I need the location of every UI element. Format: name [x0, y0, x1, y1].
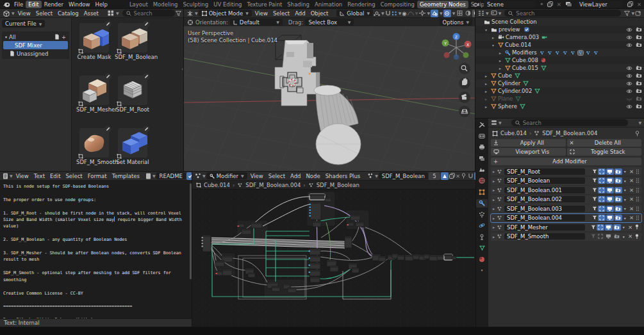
expand-arrow-icon[interactable]: ▸ — [493, 169, 495, 174]
copy-scene-icon[interactable] — [547, 1, 553, 7]
edit-mode-toggle-icon[interactable] — [592, 188, 597, 193]
tabs-overflow-icon[interactable]: ▾ — [481, 268, 483, 272]
realtime-toggle-icon[interactable] — [605, 224, 613, 231]
outliner-row-cube-008[interactable]: ▸Cube.008 — [475, 56, 644, 64]
expand-arrow-icon[interactable]: ▸ — [485, 81, 490, 86]
nodes-badge-icon[interactable] — [586, 51, 591, 55]
node-socket[interactable] — [309, 212, 311, 214]
delete-modifier-icon[interactable]: ✕ — [628, 168, 635, 175]
expand-arrow-icon[interactable]: ▸ — [499, 51, 504, 55]
asset-card-sdf-m-smooth[interactable]: SDF_M_Smooth — [76, 128, 112, 172]
menu-modeling[interactable]: Modeling — [151, 1, 181, 8]
nodes-badge-icon[interactable] — [555, 51, 560, 55]
add-modifier-button[interactable]: +Add Modifier — [491, 158, 641, 165]
disable-render-icon[interactable] — [636, 81, 642, 86]
on-cage-toggle-icon[interactable] — [598, 168, 606, 175]
node-socket[interactable] — [309, 209, 311, 211]
fake-user-icon[interactable] — [441, 172, 449, 180]
new-collection-icon[interactable] — [635, 10, 641, 16]
menu-view[interactable]: View — [15, 10, 33, 17]
modifier-extras-icon[interactable]: ▾ — [623, 206, 627, 211]
editor-type-icon[interactable] — [491, 120, 497, 126]
editor-type-icon[interactable] — [478, 10, 484, 16]
falloff-icon[interactable] — [408, 11, 414, 16]
modifier-name-field[interactable]: SDF_M_Mesher — [504, 224, 585, 231]
properties-tab-world[interactable] — [476, 177, 488, 185]
modifier-row-sdf-m-mesher[interactable]: ▸SDF_M_Mesher▾✕ — [491, 223, 641, 231]
outliner-search-input[interactable]: Search — [504, 10, 621, 17]
on-cage-toggle-icon[interactable] — [598, 177, 606, 184]
delete-modifier-icon[interactable]: ✕ — [628, 177, 635, 184]
render-toggle-icon[interactable] — [615, 177, 622, 184]
drag-handle-icon[interactable] — [636, 188, 640, 193]
node[interactable] — [310, 202, 321, 220]
menu-geometry-nodes[interactable]: Geometry Nodes — [417, 1, 468, 8]
delete-all-button[interactable]: ✕Delete All — [567, 139, 642, 147]
breadcrumb-object[interactable]: Cube.014 — [500, 130, 527, 136]
transform-orientation[interactable]: Global▼ — [336, 10, 373, 17]
modifier-row-sdf-m-boolean-004[interactable]: ▸SDF_M_Boolean.004▾✕ — [491, 214, 641, 222]
expand-arrow-icon[interactable]: ▸ — [493, 225, 495, 229]
camData-badge-icon[interactable] — [541, 35, 547, 40]
menu-edit[interactable]: Edit — [47, 172, 63, 180]
modifier-name-field[interactable]: SDF_M_Boolean.001 — [504, 187, 585, 193]
menu-compositing[interactable]: Compositing — [378, 1, 417, 8]
mode-selector[interactable]: Object Mode▼ — [199, 10, 252, 17]
edit-mode-toggle-icon[interactable] — [592, 178, 597, 183]
editor-type-icon[interactable] — [195, 173, 201, 179]
expand-arrow-icon[interactable]: ▾ — [492, 43, 497, 47]
menu-sculpting[interactable]: Sculpting — [180, 1, 211, 8]
menu-texture-paint[interactable]: Texture Paint — [245, 1, 285, 8]
viewlayer-selector[interactable]: ViewLayer — [576, 1, 623, 8]
asset-thumbnail[interactable] — [79, 23, 109, 53]
dataG-badge-icon[interactable] — [523, 81, 529, 86]
properties-tab-tool[interactable] — [476, 120, 488, 129]
shading-solid-icon[interactable] — [464, 10, 472, 17]
properties-tab-constraints[interactable] — [476, 233, 488, 241]
proportional-edit-icon[interactable]: ◉ — [402, 10, 406, 17]
render-toggle-icon[interactable] — [613, 224, 621, 231]
node-socket[interactable] — [309, 215, 311, 217]
filter-icon[interactable] — [624, 11, 630, 16]
asset-card-create-mask[interactable]: Create Mask — [76, 23, 112, 67]
dataG-badge-icon[interactable] — [541, 65, 547, 70]
xray-toggle-icon[interactable] — [443, 10, 451, 17]
dataG-badge-icon[interactable] — [520, 104, 525, 109]
modifier-extras-icon[interactable]: ▾ — [622, 234, 626, 239]
overlays-toggle-icon[interactable] — [431, 10, 438, 17]
menu-layout[interactable]: Layout — [127, 1, 151, 8]
realtime-toggle-icon[interactable] — [606, 177, 614, 184]
properties-tab-output[interactable] — [476, 143, 488, 151]
sidebar-collapse-arrow[interactable]: ‹ — [181, 67, 183, 72]
modifier-name-field[interactable]: SDF_M_Boolean.003 — [504, 206, 585, 212]
disable-render-icon[interactable] — [636, 104, 642, 109]
drag-handle-icon[interactable] — [636, 215, 640, 220]
menu-select[interactable]: Select — [63, 172, 85, 180]
nodes-badge-icon[interactable] — [547, 51, 552, 55]
edit-asset-icon[interactable] — [143, 126, 150, 133]
disable-render-icon[interactable] — [636, 73, 642, 78]
snap-options-icon[interactable] — [392, 11, 397, 16]
asset-card-sdf-m-boolean[interactable]: SDF_M_Boolean — [115, 23, 151, 67]
nodes-badge-icon[interactable] — [570, 51, 575, 55]
pin-icon[interactable] — [634, 131, 640, 136]
modifier-name-field[interactable]: SDF_M_Boolean.002 — [504, 196, 585, 202]
outliner-row-preview[interactable]: ▾preview — [475, 26, 644, 33]
render-toggle-icon[interactable] — [615, 168, 622, 175]
node-socket[interactable] — [308, 265, 310, 266]
menu-render[interactable]: Render — [42, 1, 66, 8]
nodes-badge-icon[interactable] — [563, 51, 568, 55]
editor-type-icon[interactable] — [3, 10, 10, 17]
menu-window[interactable]: Window — [66, 1, 93, 8]
expand-arrow-icon[interactable]: ▸ — [493, 216, 495, 220]
properties-tab-render[interactable] — [476, 132, 488, 140]
node-socket[interactable] — [201, 243, 203, 245]
modifier-row-sdf-m-boolean-001[interactable]: ▸SDF_M_Boolean.001▾✕ — [491, 186, 641, 194]
filter-icon[interactable] — [176, 11, 181, 16]
catalog-sdf-mixer[interactable]: SDF Mixer — [3, 41, 68, 49]
display-filter-icon[interactable] — [491, 10, 497, 16]
node-socket[interactable] — [201, 245, 203, 247]
asset-library-select[interactable]: Current File▼ — [2, 20, 45, 28]
on-cage-toggle-icon[interactable] — [598, 196, 606, 202]
delete-scene-icon[interactable]: ✕ — [557, 1, 561, 8]
